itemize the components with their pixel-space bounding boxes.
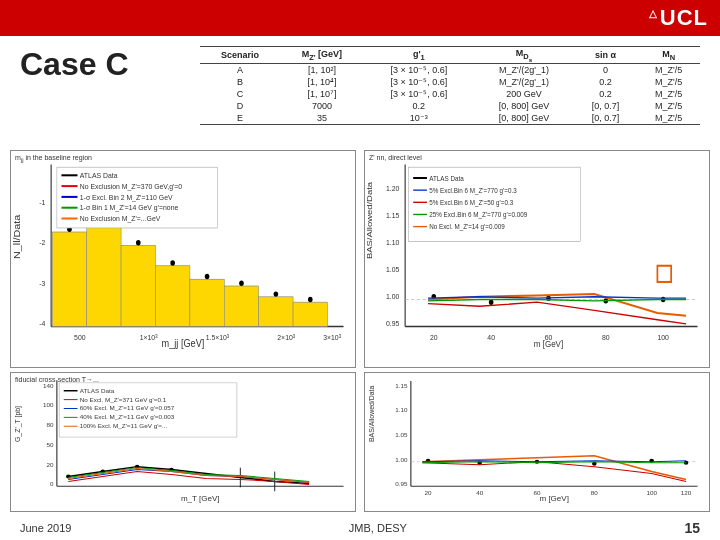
scenario-table-area: Scenario MZ' [GeV] g'1 MDs sin α MN A[1,… [200, 46, 700, 125]
svg-rect-19 [259, 297, 293, 327]
col-mn: MN [637, 47, 700, 64]
footer-authors: JMB, DESY [349, 522, 407, 534]
plot-bottom-left: fiducial cross-section T→... G_Z'_T [pb]… [10, 372, 356, 512]
svg-text:m [GeV]: m [GeV] [540, 495, 569, 503]
plot-top-left-svg: N_ll/Data m_jj [GeV] 500 1×10³ 1.5×10³ 2… [11, 151, 355, 367]
scenario-cell-4-2: 10⁻³ [364, 112, 474, 125]
svg-text:500: 500 [74, 332, 85, 342]
scenario-cell-1-1: [1, 10⁴] [280, 76, 364, 88]
svg-text:m_T [GeV]: m_T [GeV] [181, 495, 220, 503]
svg-text:1-σ Excl. Bin 2 M_Z'=110 GeV: 1-σ Excl. Bin 2 M_Z'=110 GeV [80, 192, 173, 202]
svg-text:80: 80 [591, 491, 599, 497]
svg-rect-13 [52, 232, 86, 327]
svg-point-23 [136, 240, 141, 245]
scenario-cell-4-4: [0, 0.7] [574, 112, 637, 125]
svg-text:ATLAS Data: ATLAS Data [429, 174, 464, 182]
svg-text:100: 100 [646, 491, 657, 497]
svg-rect-16 [155, 266, 189, 327]
svg-point-27 [274, 291, 279, 296]
plot-bottom-right-svg: BAS/Allowed/Data m [GeV] 0.95 1.00 1.05 … [365, 373, 709, 511]
svg-text:No Excl. M_Z'=14 g'=0.009: No Excl. M_Z'=14 g'=0.009 [429, 223, 505, 232]
svg-text:N_ll/Data: N_ll/Data [12, 214, 22, 259]
scenario-cell-3-4: [0, 0.7] [574, 100, 637, 112]
svg-text:No Excl. M_Z'=371 GeV g'=0.1: No Excl. M_Z'=371 GeV g'=0.1 [80, 397, 166, 403]
scenario-cell-1-0: B [200, 76, 280, 88]
scenario-cell-3-5: M_Z'/5 [637, 100, 700, 112]
svg-text:-1: -1 [39, 197, 45, 207]
scenario-cell-3-3: [0, 800] GeV [474, 100, 574, 112]
scenario-cell-0-0: A [200, 64, 280, 77]
svg-text:1.20: 1.20 [386, 184, 399, 194]
svg-text:2×10³: 2×10³ [277, 332, 295, 342]
footer: June 2019 JMB, DESY 15 [20, 520, 700, 536]
svg-text:0.95: 0.95 [386, 319, 399, 329]
col-scenario: Scenario [200, 47, 280, 64]
svg-text:1.00: 1.00 [386, 292, 399, 302]
scenario-cell-1-4: 0.2 [574, 76, 637, 88]
svg-text:120: 120 [681, 491, 692, 497]
scenario-cell-4-3: [0, 800] GeV [474, 112, 574, 125]
footer-page: 15 [684, 520, 700, 536]
plot-top-left-label: mjj in the baseline region [15, 154, 92, 163]
svg-text:ATLAS Data: ATLAS Data [80, 170, 118, 180]
svg-text:BAS/Allowed/Data: BAS/Allowed/Data [367, 385, 377, 442]
plots-bottom-row: fiducial cross-section T→... G_Z'_T [pb]… [10, 372, 710, 512]
svg-text:25% Excl.Bin 6 M_Z'=770 g'=0.0: 25% Excl.Bin 6 M_Z'=770 g'=0.009 [429, 211, 527, 220]
footer-date: June 2019 [20, 522, 71, 534]
svg-text:1.05: 1.05 [395, 432, 408, 438]
scenario-tbody: A[1, 10²][3 × 10⁻⁵, 0.6]M_Z'/(2g'_1)0M_Z… [200, 64, 700, 125]
scenario-row-4: E3510⁻³[0, 800] GeV[0, 0.7]M_Z'/5 [200, 112, 700, 125]
svg-text:20: 20 [430, 332, 438, 342]
scenario-cell-2-5: M_Z'/5 [637, 88, 700, 100]
scenario-cell-0-3: M_Z'/(2g'_1) [474, 64, 574, 77]
col-g1: g'1 [364, 47, 474, 64]
svg-rect-61 [657, 266, 671, 282]
scenario-cell-2-3: 200 GeV [474, 88, 574, 100]
svg-text:40: 40 [476, 491, 484, 497]
svg-text:1.15: 1.15 [386, 211, 399, 221]
svg-text:1.10: 1.10 [395, 408, 408, 414]
scenario-cell-0-5: M_Z'/5 [637, 64, 700, 77]
svg-text:40: 40 [487, 332, 495, 342]
scenario-cell-2-4: 0.2 [574, 88, 637, 100]
svg-text:20: 20 [46, 462, 54, 468]
scenario-cell-0-4: 0 [574, 64, 637, 77]
svg-text:-2: -2 [39, 238, 45, 248]
scenario-table: Scenario MZ' [GeV] g'1 MDs sin α MN A[1,… [200, 46, 700, 125]
plot-bottom-left-label: fiducial cross-section T→... [15, 376, 99, 383]
svg-point-24 [170, 260, 175, 265]
svg-text:No Exclusion M_Z'=370 GeV,g'=0: No Exclusion M_Z'=370 GeV,g'=0 [80, 181, 182, 191]
svg-point-119 [592, 462, 597, 466]
svg-text:140: 140 [43, 383, 54, 389]
scenario-cell-0-2: [3 × 10⁻⁵, 0.6] [364, 64, 474, 77]
scenario-cell-4-5: M_Z'/5 [637, 112, 700, 125]
ucl-logo: △UCL [649, 5, 708, 31]
svg-text:100: 100 [43, 403, 54, 409]
svg-text:1.15: 1.15 [395, 383, 408, 389]
svg-text:5% Excl.Bin 6 M_Z'=50 g'=0.3: 5% Excl.Bin 6 M_Z'=50 g'=0.3 [429, 199, 513, 208]
plot-top-right: Z' nn, direct level BAS/Allowed/Data m [… [364, 150, 710, 368]
svg-text:40% Excl. M_Z'=11 GeV g'=0.003: 40% Excl. M_Z'=11 GeV g'=0.003 [80, 415, 175, 421]
svg-text:5% Excl.Bin 6 M_Z'=770 g'=0.3: 5% Excl.Bin 6 M_Z'=770 g'=0.3 [429, 186, 517, 195]
plot-top-right-label: Z' nn, direct level [369, 154, 422, 161]
col-mds: MDs [474, 47, 574, 64]
plot-bottom-right: BAS/Allowed/Data m [GeV] 0.95 1.00 1.05 … [364, 372, 710, 512]
scenario-cell-3-0: D [200, 100, 280, 112]
crown-icon: △ [649, 8, 658, 19]
scenario-cell-1-3: M_Z'/(2g'_1) [474, 76, 574, 88]
svg-text:50: 50 [46, 442, 54, 448]
scenario-cell-4-1: 35 [280, 112, 364, 125]
plot-bottom-left-svg: G_Z'_T [pb] m_T [GeV] 0 20 50 80 100 140 [11, 373, 355, 511]
scenario-cell-3-2: 0.2 [364, 100, 474, 112]
svg-point-57 [489, 300, 494, 305]
svg-text:80: 80 [602, 332, 610, 342]
svg-rect-15 [121, 246, 155, 327]
svg-text:1.5×10³: 1.5×10³ [206, 332, 230, 342]
svg-text:1-σ Bin 1 M_Z'=14 GeV g'=none: 1-σ Bin 1 M_Z'=14 GeV g'=none [80, 203, 178, 213]
scenario-row-0: A[1, 10²][3 × 10⁻⁵, 0.6]M_Z'/(2g'_1)0M_Z… [200, 64, 700, 77]
svg-text:80: 80 [46, 423, 54, 429]
scenario-cell-1-2: [3 × 10⁻⁵, 0.6] [364, 76, 474, 88]
scenario-cell-4-0: E [200, 112, 280, 125]
svg-text:60% Excl. M_Z'=11 GeV g'=0.057: 60% Excl. M_Z'=11 GeV g'=0.057 [80, 406, 175, 412]
svg-text:100% Excl. M_Z'=11 GeV g'=...: 100% Excl. M_Z'=11 GeV g'=... [80, 424, 168, 430]
